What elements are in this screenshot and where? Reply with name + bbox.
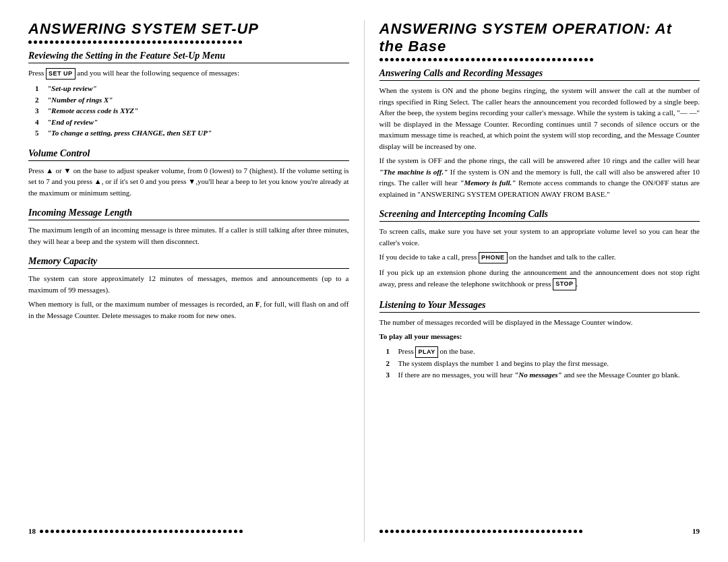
dot bbox=[428, 530, 431, 533]
dot bbox=[99, 530, 102, 533]
volume-para: Press ▲ or ▼ on the base to adjust speak… bbox=[28, 165, 349, 199]
dot bbox=[207, 530, 210, 533]
dot bbox=[514, 58, 518, 61]
dot bbox=[406, 530, 410, 533]
dot bbox=[406, 58, 410, 61]
dot bbox=[552, 530, 555, 533]
dot bbox=[574, 530, 577, 533]
dot bbox=[487, 58, 491, 61]
left-column: ANSWERING SYSTEM SET-UP Reviewing the Se… bbox=[13, 20, 365, 542]
dot bbox=[50, 40, 53, 44]
dot bbox=[568, 530, 572, 533]
dot bbox=[98, 40, 102, 44]
play-key: PLAY bbox=[415, 346, 437, 358]
list-item-3: 3"Remote access code is XYZ" bbox=[35, 105, 349, 117]
dot bbox=[233, 40, 237, 44]
dot bbox=[88, 40, 91, 44]
dot bbox=[455, 58, 458, 61]
dot bbox=[536, 58, 539, 61]
dot bbox=[390, 58, 394, 61]
dot bbox=[142, 40, 145, 44]
section-answering-title: Answering Calls and Recording Messages bbox=[380, 68, 700, 81]
dot bbox=[439, 58, 442, 61]
dot bbox=[477, 530, 480, 533]
list-item-2: 2"Number of rings X" bbox=[35, 94, 349, 106]
section-listening-title: Listening to Your Messages bbox=[380, 300, 700, 313]
section-volume: Volume Control Press ▲ or ▼ on the base … bbox=[28, 148, 349, 199]
dot bbox=[40, 530, 43, 533]
dot bbox=[498, 530, 502, 533]
dot bbox=[61, 530, 65, 533]
dot bbox=[525, 530, 528, 533]
dot bbox=[487, 530, 491, 533]
dot bbox=[67, 530, 70, 533]
left-footer-dots bbox=[40, 530, 349, 533]
phone-key: PHONE bbox=[479, 252, 508, 264]
dot bbox=[217, 40, 220, 44]
dot bbox=[568, 58, 572, 61]
dot bbox=[88, 530, 92, 533]
listen-item-3: 3 If there are no messages, you will hea… bbox=[386, 369, 700, 381]
dot bbox=[126, 530, 129, 533]
dot bbox=[71, 40, 75, 44]
dot bbox=[51, 530, 54, 533]
section-answering: Answering Calls and Recording Messages W… bbox=[380, 68, 700, 199]
dot bbox=[471, 530, 475, 533]
dot bbox=[466, 58, 469, 61]
dot bbox=[195, 40, 199, 44]
dot bbox=[148, 530, 151, 533]
dot bbox=[520, 530, 523, 533]
dot bbox=[72, 530, 75, 533]
dot bbox=[175, 530, 178, 533]
dot bbox=[136, 40, 140, 44]
dot bbox=[185, 530, 189, 533]
page: ANSWERING SYSTEM SET-UP Reviewing the Se… bbox=[0, 0, 728, 562]
dot bbox=[234, 530, 237, 533]
screening-para-3: If you pick up an extension phone during… bbox=[380, 267, 700, 290]
dot bbox=[55, 40, 59, 44]
dot bbox=[417, 530, 421, 533]
reviewing-intro: Press SET UP and you will hear the follo… bbox=[28, 67, 349, 80]
dot bbox=[401, 58, 404, 61]
dot bbox=[45, 530, 49, 533]
dot bbox=[212, 40, 215, 44]
dot bbox=[104, 530, 108, 533]
dot bbox=[147, 40, 150, 44]
dot bbox=[115, 530, 119, 533]
memory-para-2: When memory is full, or the maximum numb… bbox=[28, 299, 349, 321]
dot bbox=[212, 530, 216, 533]
section-volume-title: Volume Control bbox=[28, 148, 349, 161]
dot bbox=[56, 530, 59, 533]
dot bbox=[158, 40, 161, 44]
dot bbox=[239, 40, 242, 44]
dot bbox=[201, 40, 204, 44]
right-footer-dots bbox=[380, 530, 689, 533]
dot bbox=[509, 530, 512, 533]
listen-item-1: 1 Press PLAY on the base. bbox=[386, 346, 700, 358]
dot bbox=[450, 530, 453, 533]
dot bbox=[417, 58, 421, 61]
listening-list: 1 Press PLAY on the base. 2 The system d… bbox=[386, 346, 700, 380]
dot bbox=[153, 530, 156, 533]
section-memory: Memory Capacity The system can store app… bbox=[28, 256, 349, 321]
dot bbox=[450, 58, 453, 61]
answering-para-2: If the system is OFF and the phone rings… bbox=[380, 155, 700, 199]
dot bbox=[222, 40, 226, 44]
dot bbox=[164, 530, 167, 533]
dot bbox=[574, 58, 577, 61]
dot bbox=[444, 530, 448, 533]
dot bbox=[433, 530, 437, 533]
dot bbox=[78, 530, 81, 533]
dot bbox=[493, 530, 496, 533]
dot bbox=[466, 530, 469, 533]
right-title: ANSWERING SYSTEM OPERATION: At the Base bbox=[380, 20, 700, 55]
dot bbox=[66, 40, 69, 44]
dot bbox=[412, 530, 415, 533]
memory-para-1: The system can store approximately 12 mi… bbox=[28, 273, 349, 295]
dot bbox=[163, 40, 166, 44]
dot bbox=[39, 40, 42, 44]
dot bbox=[191, 530, 194, 533]
dot bbox=[433, 58, 437, 61]
dot bbox=[530, 58, 534, 61]
dot bbox=[44, 40, 48, 44]
